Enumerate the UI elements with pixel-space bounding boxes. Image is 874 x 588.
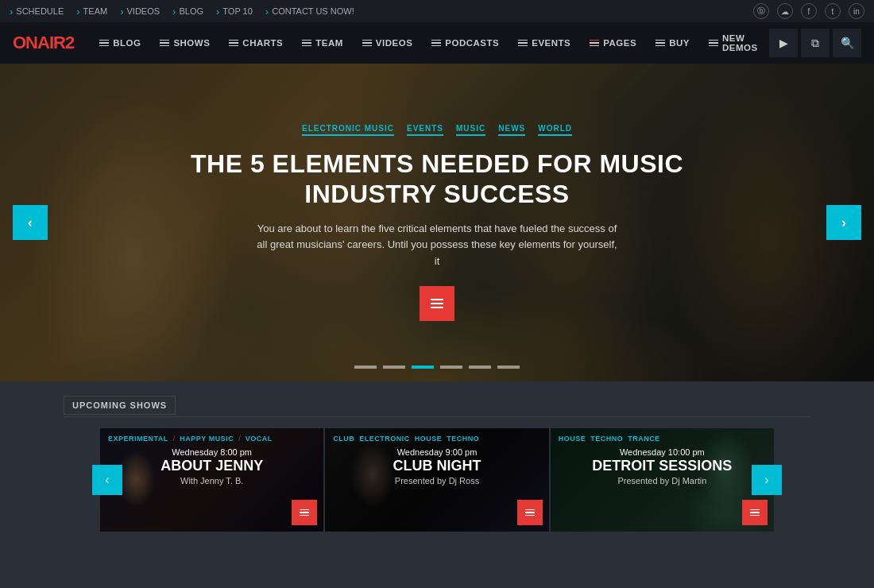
- nav-shows[interactable]: SHOWS: [150, 22, 219, 64]
- show-card-2: CLUB ELECTRONIC HOUSE TECHNO Wednesday 9…: [325, 428, 548, 532]
- nav-actions: ▶ ⧉ 🔍: [769, 29, 861, 57]
- show-tag-house[interactable]: HOUSE: [415, 435, 443, 443]
- play-button[interactable]: ▶: [769, 29, 798, 57]
- show-more-button-3[interactable]: [742, 500, 768, 525]
- nav-buy-label: BUY: [669, 38, 690, 48]
- nav-blog[interactable]: BLOG: [90, 22, 150, 64]
- social-soundcloud-icon[interactable]: ☁: [777, 3, 793, 19]
- shows-prev-button[interactable]: ‹: [92, 465, 122, 495]
- show-presenter: Presented by Dj Ross: [333, 476, 540, 485]
- menu-icon: [362, 40, 372, 47]
- show-tag-house[interactable]: HOUSE: [559, 435, 586, 443]
- clone-button[interactable]: ⧉: [801, 29, 830, 57]
- hero-tag-music[interactable]: MUSIC: [456, 124, 485, 136]
- menu-icon: [525, 509, 535, 516]
- nav-videos[interactable]: VIDEOS: [353, 22, 422, 64]
- slider-dot-6[interactable]: [497, 366, 520, 369]
- nav-events[interactable]: EVENTS: [509, 22, 580, 64]
- menu-icon: [300, 509, 309, 516]
- show-tags: EXPERIMENTAL / HAPPY MUSIC / VOCAL: [108, 435, 315, 443]
- social-facebook-icon[interactable]: f: [801, 3, 817, 19]
- menu-icon: [302, 40, 311, 47]
- slider-dot-4[interactable]: [440, 366, 462, 369]
- topbar-top10[interactable]: TOP 10: [216, 6, 253, 17]
- menu-icon: [709, 40, 718, 47]
- show-card-1: EXPERIMENTAL / HAPPY MUSIC / VOCAL Wedne…: [100, 428, 323, 532]
- slider-next-button[interactable]: ›: [826, 205, 861, 240]
- logo-text: ONAIR: [13, 33, 65, 52]
- menu-icon: [518, 40, 528, 47]
- upcoming-shows-section: UPCOMING SHOWS ‹ EXPERIMENTAL / HAPPY MU…: [0, 381, 874, 540]
- hero-tag-news[interactable]: NEWS: [498, 124, 525, 136]
- show-time: Wednesday 8:00 pm: [108, 447, 315, 457]
- show-content: HOUSE TECHNO TRANCE Wednesday 10:00 pm D…: [551, 428, 774, 532]
- menu-icon: [656, 40, 665, 47]
- menu-icon: [431, 40, 441, 47]
- slider-dot-1[interactable]: [354, 366, 377, 369]
- show-tag-techno[interactable]: TECHNO: [590, 435, 623, 443]
- topbar-contact[interactable]: CONTACT US NOW!: [265, 6, 354, 17]
- show-tag-experimental[interactable]: EXPERIMENTAL: [108, 435, 168, 443]
- hero-tag-world[interactable]: WORLD: [538, 124, 572, 136]
- show-name: ABOUT JENNY: [108, 458, 315, 474]
- slider-dot-2[interactable]: [383, 366, 405, 369]
- show-tag-electronic[interactable]: ELECTRONIC: [359, 435, 410, 443]
- nav-new-demos-label: NEW DEMOS: [722, 33, 760, 52]
- search-button[interactable]: 🔍: [833, 29, 861, 57]
- show-presenter: With Jenny T. B.: [108, 476, 315, 485]
- hero-slider: ‹ › ELECTRONIC MUSIC EVENTS MUSIC NEWS W…: [0, 64, 874, 381]
- hero-tag-electronic-music[interactable]: ELECTRONIC MUSIC: [302, 124, 394, 136]
- shows-carousel: ‹ EXPERIMENTAL / HAPPY MUSIC / VOCAL Wed…: [64, 428, 810, 532]
- show-time: Wednesday 10:00 pm: [559, 447, 766, 457]
- top-bar: SCHEDULE TEAM VIDEOS BLOG TOP 10 CONTACT…: [0, 0, 874, 22]
- hero-title: THE 5 ELEMENTS NEEDED FOR MUSIC INDUSTRY…: [159, 149, 715, 210]
- topbar-blog[interactable]: BLOG: [172, 6, 203, 17]
- section-title: UPCOMING SHOWS: [64, 396, 176, 415]
- social-linkedin-icon[interactable]: in: [849, 3, 864, 19]
- nav-team[interactable]: TEAM: [292, 22, 353, 64]
- tag-slash: /: [173, 435, 176, 443]
- nav-shows-label: SHOWS: [173, 38, 210, 48]
- show-tag-vocal[interactable]: VOCAL: [246, 435, 273, 443]
- topbar-team[interactable]: TEAM: [76, 6, 107, 17]
- nav-pages[interactable]: PAGES: [580, 22, 646, 64]
- nav-charts-label: CHARTS: [242, 38, 283, 48]
- slider-dot-5[interactable]: [469, 366, 491, 369]
- topbar-schedule[interactable]: SCHEDULE: [10, 6, 64, 17]
- nav-podcasts-label: PODCASTS: [445, 38, 499, 48]
- nav-team-label: TEAM: [315, 38, 343, 48]
- show-tag-trance[interactable]: TRANCE: [628, 435, 660, 443]
- hero-content: ELECTRONIC MUSIC EVENTS MUSIC NEWS WORLD…: [0, 64, 874, 381]
- hero-description: You are about to learn the five critical…: [254, 221, 620, 270]
- nav-videos-label: VIDEOS: [376, 38, 412, 48]
- show-tag-happy-music[interactable]: HAPPY MUSIC: [180, 435, 234, 443]
- nav-podcasts[interactable]: PODCASTS: [422, 22, 509, 64]
- show-tag-techno[interactable]: TECHNO: [447, 435, 479, 443]
- show-presenter: Presented by Dj Martin: [559, 476, 766, 485]
- nav-new-demos[interactable]: NEW DEMOS: [699, 22, 769, 64]
- show-more-button-2[interactable]: [517, 500, 543, 525]
- hero-tags: ELECTRONIC MUSIC EVENTS MUSIC NEWS WORLD: [302, 124, 572, 136]
- hero-tag-events[interactable]: EVENTS: [407, 124, 443, 136]
- show-content: CLUB ELECTRONIC HOUSE TECHNO Wednesday 9…: [325, 428, 548, 532]
- nav-charts[interactable]: CHARTS: [219, 22, 292, 64]
- social-twitter-icon[interactable]: t: [825, 3, 841, 19]
- show-tags: CLUB ELECTRONIC HOUSE TECHNO: [333, 435, 540, 443]
- social-icons: ⓑ ☁ f t in: [753, 3, 864, 19]
- shows-next-button[interactable]: ›: [752, 465, 782, 495]
- read-more-button[interactable]: [420, 286, 454, 321]
- show-tag-club[interactable]: CLUB: [333, 435, 354, 443]
- slider-prev-button[interactable]: ‹: [13, 205, 48, 240]
- nav-buy[interactable]: BUY: [646, 22, 699, 64]
- menu-icon: [590, 40, 599, 47]
- show-more-button-1[interactable]: [292, 500, 317, 525]
- slider-dot-3[interactable]: [412, 366, 434, 369]
- nav-pages-label: PAGES: [603, 38, 636, 48]
- menu-icon: [229, 40, 238, 47]
- main-nav: ONAIR2 BLOG SHOWS CHARTS TEAM VIDEOS POD…: [0, 22, 874, 64]
- social-bandcamp-icon[interactable]: ⓑ: [753, 3, 769, 19]
- site-logo[interactable]: ONAIR2: [13, 33, 74, 53]
- nav-events-label: EVENTS: [532, 38, 570, 48]
- nav-blog-label: BLOG: [113, 38, 141, 48]
- topbar-videos[interactable]: VIDEOS: [120, 6, 160, 17]
